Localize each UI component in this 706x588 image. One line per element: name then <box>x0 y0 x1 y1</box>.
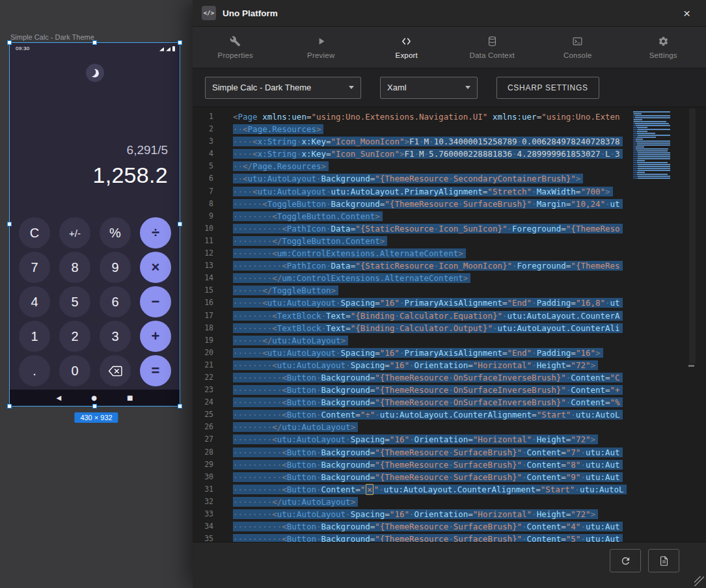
code-line[interactable]: ········</utu:AutoLayout> <box>233 421 633 433</box>
code-line[interactable]: ··</Page.Resources> <box>233 160 633 172</box>
back-icon[interactable]: ◀ <box>57 390 62 406</box>
vertical-scrollbar[interactable] <box>688 107 706 542</box>
design-canvas[interactable]: Simple Calc - Dark Theme 09:30 <box>0 0 193 588</box>
tab-console[interactable]: Console <box>535 27 621 68</box>
calc-key-.[interactable]: . <box>19 355 50 386</box>
code-line[interactable]: ········<TextBlock·Text="{Binding·Calcul… <box>233 322 633 334</box>
code-line[interactable]: ··········<Button·Background="{ThemeReso… <box>233 459 633 471</box>
artboard-size-badge: 430 × 932 <box>74 412 118 423</box>
tab-data-context[interactable]: Data Context <box>450 27 536 68</box>
calc-key-0[interactable]: 0 <box>59 355 90 386</box>
tab-label: Data Context <box>469 51 515 59</box>
recents-icon[interactable]: ■ <box>127 390 133 406</box>
calc-key-2[interactable]: 2 <box>59 321 90 352</box>
selection-handle[interactable] <box>92 40 97 45</box>
code-editor[interactable]: 1234567891011121314151617181920212223242… <box>193 107 706 542</box>
format-selector[interactable]: Xaml <box>380 77 478 99</box>
code-line[interactable]: ········<utu:AutoLayout·Spacing="16"·Ori… <box>233 508 633 520</box>
calc-key-C[interactable]: C <box>19 217 50 248</box>
code-line[interactable]: ··········<Button·Content="÷"·utu:AutoLa… <box>233 408 633 421</box>
code-line[interactable]: ··<Page.Resources> <box>233 123 633 135</box>
calc-key-4[interactable]: 4 <box>19 286 50 317</box>
export-file-button[interactable] <box>648 549 679 572</box>
format-selector-value: Xaml <box>387 83 407 92</box>
code-line[interactable]: ······<ToggleButton·Background="{ThemeRe… <box>233 198 633 210</box>
code-line[interactable]: ······</utu:AutoLayout> <box>233 334 633 347</box>
code-line[interactable]: ··········<Button·Background="{ThemeReso… <box>233 384 633 396</box>
code-line[interactable]: ········<utu:AutoLayout·Spacing="16"·Ori… <box>233 359 633 371</box>
console-icon <box>572 36 583 47</box>
selection-handle[interactable] <box>178 40 182 45</box>
code-line[interactable]: ········<ToggleButton.Content> <box>233 210 633 222</box>
calc-key-−[interactable]: − <box>140 286 171 317</box>
selection-handle[interactable] <box>92 404 97 408</box>
tab-preview[interactable]: Preview <box>278 27 364 68</box>
code-line[interactable]: ········</utu:AutoLayout> <box>233 496 633 508</box>
code-line[interactable]: ········<um:ControlExtensions.AlternateC… <box>233 247 633 260</box>
code-line[interactable]: ··········<Button·Content="×"·utu:AutoLa… <box>233 483 633 496</box>
tab-export[interactable]: Export <box>364 27 450 68</box>
code-line[interactable]: ········</um:ControlExtensions.Alternate… <box>233 272 633 284</box>
selection-handle[interactable] <box>7 40 12 45</box>
theme-toggle-button[interactable] <box>86 64 104 82</box>
code-line[interactable]: ········<utu:AutoLayout·Spacing="16"·Ori… <box>233 433 633 446</box>
calc-key-backspace[interactable] <box>100 355 131 386</box>
code-line[interactable]: ··········<Button·Background="{ThemeReso… <box>233 371 633 384</box>
calc-key-÷[interactable]: ÷ <box>140 217 171 248</box>
tab-label: Properties <box>218 51 253 59</box>
code-lines[interactable]: <Page xmlns:uen="using:Uno.Extensions.Na… <box>221 107 633 542</box>
code-line[interactable]: ··········<PathIcon·Data="{StaticResourc… <box>233 222 633 235</box>
phone-artboard[interactable]: 09:30 6,291/5 1,258.2 C+/-%÷789×456−123+… <box>9 42 180 407</box>
signal-icon <box>166 47 170 51</box>
close-button[interactable]: × <box>682 6 692 21</box>
minimap[interactable] <box>633 107 688 542</box>
selection-handle[interactable] <box>7 404 12 408</box>
calc-key-1[interactable]: 1 <box>19 321 50 352</box>
selection-handle[interactable] <box>178 222 182 226</box>
tab-properties[interactable]: Properties <box>193 27 278 68</box>
code-line[interactable]: ········<TextBlock·Text="{Binding·Calcul… <box>233 310 633 322</box>
code-line[interactable]: ··········<Button·Background="{ThemeReso… <box>233 471 633 483</box>
status-time: 09:30 <box>16 46 30 51</box>
calc-key-=[interactable]: = <box>140 355 171 386</box>
calc-key-3[interactable]: 3 <box>100 321 131 352</box>
code-line[interactable]: ····<utu:AutoLayout·utu:AutoLayout.Prima… <box>233 185 633 198</box>
scrollbar-thumb[interactable] <box>689 109 696 364</box>
selection-handle[interactable] <box>178 404 182 408</box>
tab-label: Preview <box>307 51 334 59</box>
refresh-icon <box>620 555 631 567</box>
code-line[interactable]: ······</ToggleButton> <box>233 284 633 297</box>
play-icon <box>316 36 327 47</box>
code-line[interactable]: ········</ToggleButton.Content> <box>233 235 633 247</box>
page-selector[interactable]: Simple Calc - Dark Theme <box>205 77 361 99</box>
code-line[interactable]: ··········<PathIcon·Data="{StaticResourc… <box>233 260 633 272</box>
selection-handle[interactable] <box>7 222 12 226</box>
code-line[interactable]: ··········<Button·Background="{ThemeReso… <box>233 396 633 408</box>
calc-key-8[interactable]: 8 <box>59 252 90 283</box>
resize-grip[interactable] <box>694 576 704 586</box>
code-line[interactable]: ······<utu:AutoLayout·Spacing="16"·Prima… <box>233 347 633 359</box>
code-icon <box>401 36 412 47</box>
calc-key-×[interactable]: × <box>140 252 171 283</box>
calc-key-%[interactable]: % <box>100 217 131 248</box>
code-line[interactable]: ····<x:String·x:Key="Icon_MoonIcon">F1·M… <box>233 135 633 148</box>
code-line[interactable]: ··<utu:AutoLayout·Background="{ThemeReso… <box>233 172 633 185</box>
calc-key-5[interactable]: 5 <box>59 286 90 317</box>
tab-bar: Properties Preview Export Data Context <box>193 27 706 68</box>
code-line[interactable]: ··········<Button·Background="{ThemeReso… <box>233 520 633 533</box>
calc-key-9[interactable]: 9 <box>100 252 131 283</box>
code-line[interactable]: ····<x:String·x:Key="Icon_SunIcon">F1·M·… <box>233 148 633 160</box>
overview-ruler-marker <box>688 365 694 367</box>
refresh-button[interactable] <box>610 549 641 572</box>
csharp-settings-button[interactable]: CSHARP SETTINGS <box>496 77 599 99</box>
calc-key-7[interactable]: 7 <box>19 252 50 283</box>
code-line[interactable]: <Page xmlns:uen="using:Uno.Extensions.Na… <box>233 111 633 123</box>
code-line[interactable]: ······<utu:AutoLayout·Spacing="16"·Prima… <box>233 297 633 309</box>
tab-settings[interactable]: Settings <box>621 27 706 68</box>
code-line[interactable]: ··········<Button·Background="{ThemeReso… <box>233 533 633 542</box>
calc-key-6[interactable]: 6 <box>100 286 131 317</box>
calc-key-+/-[interactable]: +/- <box>59 217 90 248</box>
calc-output: 1,258.2 <box>10 161 168 189</box>
code-line[interactable]: ··········<Button·Background="{ThemeReso… <box>233 446 633 459</box>
calc-key-+[interactable]: + <box>140 321 171 352</box>
